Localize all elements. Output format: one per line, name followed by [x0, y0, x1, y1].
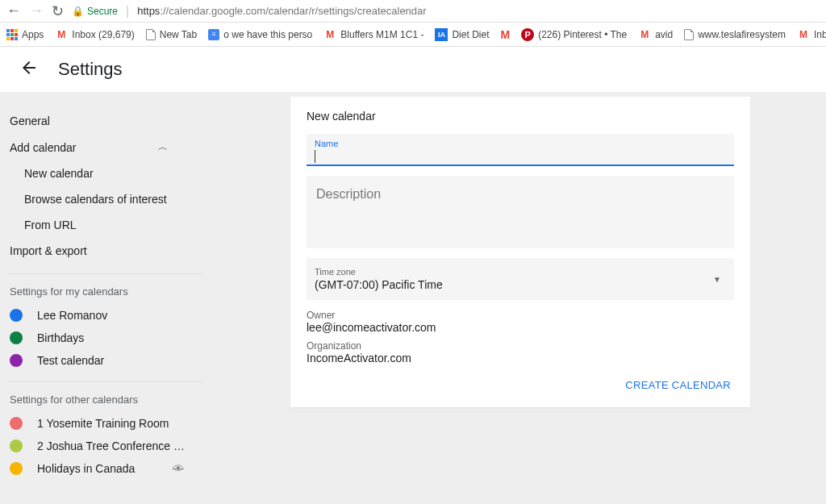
- calendar-color-dot: [10, 354, 23, 367]
- browser-reload-icon[interactable]: ↻: [52, 2, 64, 20]
- calendar-row[interactable]: Birthdays: [0, 327, 210, 349]
- name-input[interactable]: [307, 134, 734, 165]
- panel-title: New calendar: [307, 110, 734, 123]
- owner-row: Owner lee@incomeactivator.com: [307, 310, 734, 334]
- timezone-select[interactable]: Time zone (GMT-07:00) Pacific Time ▼: [307, 258, 734, 300]
- secure-label: Secure: [87, 6, 118, 17]
- secure-badge: 🔒 Secure: [72, 6, 118, 17]
- pinterest-icon: P: [521, 28, 534, 41]
- sidebar-item-import-export[interactable]: Import & export: [0, 238, 210, 264]
- bookmark-pinterest[interactable]: P(226) Pinterest • The: [521, 28, 627, 41]
- owner-label: Owner: [307, 310, 734, 321]
- bookmark-diet[interactable]: IADiet Diet: [435, 28, 489, 41]
- site-icon: IA: [435, 28, 448, 41]
- sidebar-item-from-url[interactable]: From URL: [0, 212, 210, 238]
- page-icon: [684, 29, 694, 40]
- bookmark-inbox[interactable]: MInbox (29,679): [55, 28, 134, 41]
- other-calendars-title: Settings for other calendars: [0, 382, 210, 412]
- bookmark-doc[interactable]: ≡o we have this perso: [208, 29, 312, 40]
- gmail-icon: M: [797, 28, 810, 41]
- name-field[interactable]: Name: [307, 134, 734, 166]
- new-calendar-panel: New calendar Name Description Time zone …: [290, 97, 750, 407]
- calendar-color-dot: [10, 462, 23, 475]
- calendar-name-label: Lee Romanov: [37, 309, 200, 322]
- description-label: Description: [307, 176, 734, 213]
- gmail-icon: M: [500, 28, 510, 41]
- page-title: Settings: [58, 59, 123, 80]
- browser-address-bar: ← → ↻ 🔒 Secure | https://calendar.google…: [0, 0, 826, 23]
- calendar-row[interactable]: Test calendar: [0, 349, 210, 372]
- calendar-color-dot: [10, 309, 23, 322]
- calendar-name-label: 1 Yosemite Training Room: [37, 417, 200, 430]
- calendar-color-dot: [10, 417, 23, 430]
- timezone-value: (GMT-07:00) Pacific Time: [315, 278, 705, 291]
- docs-icon: ≡: [208, 29, 219, 40]
- timezone-label: Time zone: [315, 267, 705, 277]
- calendar-color-dot: [10, 331, 23, 344]
- create-calendar-button[interactable]: CREATE CALENDAR: [622, 373, 734, 398]
- calendar-row[interactable]: Lee Romanov: [0, 304, 210, 327]
- organization-label: Organization: [307, 340, 734, 352]
- sidebar-item-general[interactable]: General: [0, 108, 210, 134]
- calendar-name-label: Test calendar: [37, 354, 200, 367]
- bookmark-apps[interactable]: Apps: [6, 29, 44, 40]
- owner-value: lee@incomeactivator.com: [307, 321, 734, 334]
- apps-grid-icon: [6, 29, 18, 40]
- lock-icon: 🔒: [72, 6, 84, 17]
- description-field[interactable]: Description: [307, 176, 734, 248]
- page-icon: [146, 29, 156, 40]
- name-label: Name: [315, 139, 338, 148]
- calendar-name-label: Holidays in Canada: [37, 462, 158, 475]
- settings-sidebar: General Add calendar ︿ New calendar Brow…: [0, 92, 210, 504]
- bookmark-bluffers[interactable]: MBluffers M1M 1C1 -: [323, 28, 423, 41]
- content-area: New calendar Name Description Time zone …: [210, 92, 826, 504]
- url-field[interactable]: https://calendar.google.com/calendar/r/s…: [137, 5, 820, 17]
- dropdown-arrow-icon: ▼: [713, 275, 721, 284]
- my-calendars-title: Settings for my calendars: [0, 274, 210, 304]
- bookmark-tesla[interactable]: www.teslafiresystem: [684, 29, 786, 40]
- calendar-name-label: 2 Joshua Tree Conference …: [37, 439, 200, 452]
- back-arrow-icon[interactable]: [19, 58, 39, 81]
- organization-value: IncomeActivator.com: [307, 352, 734, 364]
- gmail-icon: M: [323, 28, 336, 41]
- calendar-row[interactable]: 2 Joshua Tree Conference …: [0, 435, 210, 457]
- sidebar-item-new-calendar[interactable]: New calendar: [0, 160, 210, 186]
- calendar-row[interactable]: Holidays in Canada👁: [0, 457, 210, 480]
- sidebar-item-browse[interactable]: Browse calendars of interest: [0, 186, 210, 212]
- hidden-eye-icon[interactable]: 👁: [173, 462, 184, 475]
- organization-row: Organization IncomeActivator.com: [307, 340, 734, 364]
- bookmark-newtab[interactable]: New Tab: [146, 29, 197, 40]
- calendar-color-dot: [10, 439, 23, 452]
- bookmark-avid[interactable]: Mavid: [638, 28, 673, 41]
- bookmarks-bar: Apps MInbox (29,679) New Tab ≡o we have …: [0, 23, 826, 47]
- main-layout: General Add calendar ︿ New calendar Brow…: [0, 92, 826, 504]
- gmail-icon: M: [638, 28, 651, 41]
- sidebar-item-add-calendar[interactable]: Add calendar ︿: [0, 134, 210, 160]
- bookmark-inbox2[interactable]: MInbox (37: [797, 28, 826, 41]
- browser-back-icon[interactable]: ←: [6, 2, 21, 19]
- browser-forward-icon: →: [29, 2, 44, 19]
- chevron-up-icon: ︿: [158, 140, 168, 154]
- text-cursor: [315, 150, 315, 163]
- url-divider: |: [126, 4, 129, 19]
- gmail-icon: M: [55, 28, 68, 41]
- calendar-row[interactable]: 1 Yosemite Training Room: [0, 412, 210, 435]
- action-row: CREATE CALENDAR: [307, 373, 734, 398]
- calendar-name-label: Birthdays: [37, 331, 200, 344]
- settings-header: Settings: [0, 47, 826, 92]
- bookmark-m[interactable]: M: [500, 28, 510, 41]
